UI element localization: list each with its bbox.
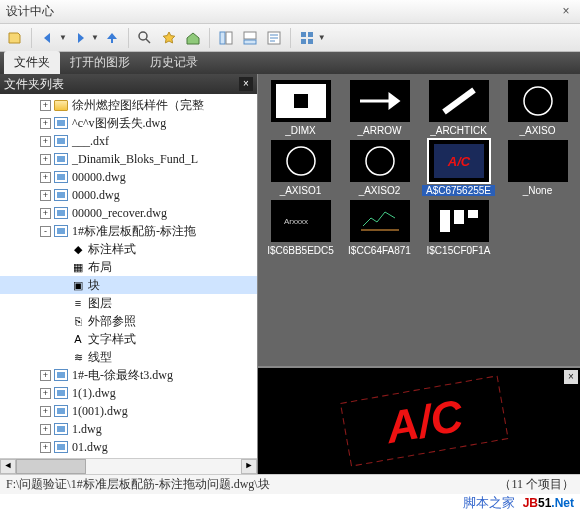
- block-thumb[interactable]: [271, 140, 331, 182]
- tree-item[interactable]: +1.dwg: [0, 420, 257, 438]
- tree-item[interactable]: +1(1).dwg: [0, 384, 257, 402]
- home-icon[interactable]: [182, 27, 204, 49]
- block-item[interactable]: _AXISO2: [343, 140, 416, 196]
- tree-item[interactable]: +徐州燃控图纸样件（完整: [0, 96, 257, 114]
- tab-history[interactable]: 历史记录: [140, 51, 208, 74]
- svg-point-13: [287, 147, 315, 175]
- line-icon: ≋: [71, 351, 85, 363]
- expander-icon[interactable]: +: [40, 406, 51, 417]
- expander-icon[interactable]: +: [40, 172, 51, 183]
- description-toggle-icon[interactable]: [263, 27, 285, 49]
- tree-item[interactable]: +0000.dwg: [0, 186, 257, 204]
- expander-icon[interactable]: +: [40, 442, 51, 453]
- block-label: _None: [501, 185, 574, 196]
- tree-label: 线型: [88, 349, 112, 366]
- block-item[interactable]: _ARROW: [343, 80, 416, 136]
- block-item[interactable]: I$CC64FA871: [343, 200, 416, 256]
- forward-icon[interactable]: [69, 27, 91, 49]
- expander-icon[interactable]: +: [40, 208, 51, 219]
- tree-toggle-icon[interactable]: [215, 27, 237, 49]
- svg-rect-21: [468, 210, 478, 218]
- block-thumb[interactable]: [350, 80, 410, 122]
- expander-icon[interactable]: -: [40, 226, 51, 237]
- block-label: I$C15CF0F1A: [422, 245, 495, 256]
- tree-item[interactable]: ≡图层: [0, 294, 257, 312]
- tab-folders[interactable]: 文件夹: [4, 51, 60, 74]
- tree-item[interactable]: ▣块: [0, 276, 257, 294]
- tree-item[interactable]: +^c^v图例丢失.dwg: [0, 114, 257, 132]
- block-thumb[interactable]: Arxxxx: [271, 200, 331, 242]
- tree-item[interactable]: ≋线型: [0, 348, 257, 366]
- block-thumb[interactable]: [350, 140, 410, 182]
- svg-rect-11: [294, 94, 308, 108]
- scroll-thumb[interactable]: [16, 459, 86, 474]
- svg-rect-17: [513, 144, 563, 178]
- tree-label: 1(001).dwg: [72, 404, 128, 419]
- block-item[interactable]: A/CA$C6756255E: [422, 140, 495, 196]
- expander-icon[interactable]: +: [40, 370, 51, 381]
- block-item[interactable]: _ARCHTICK: [422, 80, 495, 136]
- block-item[interactable]: _AXISO1: [264, 140, 337, 196]
- block-thumb[interactable]: [271, 80, 331, 122]
- tree-item[interactable]: +___.dxf: [0, 132, 257, 150]
- block-thumb[interactable]: A/C: [429, 140, 489, 182]
- expander-icon[interactable]: +: [40, 190, 51, 201]
- block-thumb[interactable]: [508, 80, 568, 122]
- left-close-icon[interactable]: ×: [239, 77, 253, 91]
- h-scrollbar[interactable]: ◄ ►: [0, 458, 257, 474]
- tree-item[interactable]: A文字样式: [0, 330, 257, 348]
- tree-item[interactable]: ⎘外部参照: [0, 312, 257, 330]
- status-bar: F:\问题验证\1#标准层板配筋-标注拖动问题.dwg\块 （11 个项目）: [0, 474, 580, 494]
- block-label: I$CC64FA871: [343, 245, 416, 256]
- tab-open-drawings[interactable]: 打开的图形: [60, 51, 140, 74]
- preview-toggle-icon[interactable]: [239, 27, 261, 49]
- block-thumb[interactable]: [429, 200, 489, 242]
- tree-item[interactable]: +1(001).dwg: [0, 402, 257, 420]
- block-label: _AXISO: [501, 125, 574, 136]
- block-item[interactable]: _AXISO: [501, 80, 574, 136]
- views-dropdown-icon[interactable]: ▼: [318, 33, 326, 42]
- expander-icon[interactable]: +: [40, 424, 51, 435]
- tree-item[interactable]: +00000_recover.dwg: [0, 204, 257, 222]
- tree-item[interactable]: ◆标注样式: [0, 240, 257, 258]
- tree-item[interactable]: +01.dwg: [0, 438, 257, 456]
- tree-item[interactable]: ▦布局: [0, 258, 257, 276]
- folder-tree[interactable]: +徐州燃控图纸样件（完整+^c^v图例丢失.dwg+___.dxf+_Dinam…: [0, 94, 257, 458]
- expander-icon[interactable]: +: [40, 118, 51, 129]
- block-item[interactable]: ArxxxxI$C6BB5EDC5: [264, 200, 337, 256]
- tree-item[interactable]: -1#标准层板配筋-标注拖: [0, 222, 257, 240]
- expander-icon[interactable]: +: [40, 388, 51, 399]
- expander-icon[interactable]: +: [40, 136, 51, 147]
- load-icon[interactable]: [4, 27, 26, 49]
- tree-item[interactable]: +_Dinamik_Bloks_Fund_L: [0, 150, 257, 168]
- search-icon[interactable]: [134, 27, 156, 49]
- views-icon[interactable]: [296, 27, 318, 49]
- preview-close-icon[interactable]: ×: [564, 370, 578, 384]
- tree-item[interactable]: +1#-电-徐最终t3.dwg: [0, 366, 257, 384]
- block-item[interactable]: _DIMX: [264, 80, 337, 136]
- watermark-en: JB51.Net: [523, 496, 574, 510]
- block-thumb[interactable]: [350, 200, 410, 242]
- back-dropdown-icon[interactable]: ▼: [59, 33, 67, 42]
- forward-dropdown-icon[interactable]: ▼: [91, 33, 99, 42]
- block-thumb[interactable]: [429, 80, 489, 122]
- tree-label: 文字样式: [88, 331, 136, 348]
- scroll-left-icon[interactable]: ◄: [0, 459, 16, 474]
- tree-label: 块: [88, 277, 100, 294]
- preview-panel: A/C ×: [258, 366, 580, 474]
- favorites-icon[interactable]: [158, 27, 180, 49]
- up-icon[interactable]: [101, 27, 123, 49]
- scroll-track[interactable]: [16, 459, 241, 474]
- close-icon[interactable]: ×: [558, 4, 574, 20]
- expander-icon[interactable]: +: [40, 154, 51, 165]
- block-thumb[interactable]: [508, 140, 568, 182]
- block-item[interactable]: I$C15CF0F1A: [422, 200, 495, 256]
- scroll-right-icon[interactable]: ►: [241, 459, 257, 474]
- svg-rect-3: [244, 32, 256, 39]
- back-icon[interactable]: [37, 27, 59, 49]
- tree-item[interactable]: +00000.dwg: [0, 168, 257, 186]
- status-path: F:\问题验证\1#标准层板配筋-标注拖动问题.dwg\块: [6, 476, 499, 493]
- expander-icon[interactable]: +: [40, 100, 51, 111]
- left-pane: 文件夹列表 × +徐州燃控图纸样件（完整+^c^v图例丢失.dwg+___.dx…: [0, 74, 258, 474]
- block-item[interactable]: _None: [501, 140, 574, 196]
